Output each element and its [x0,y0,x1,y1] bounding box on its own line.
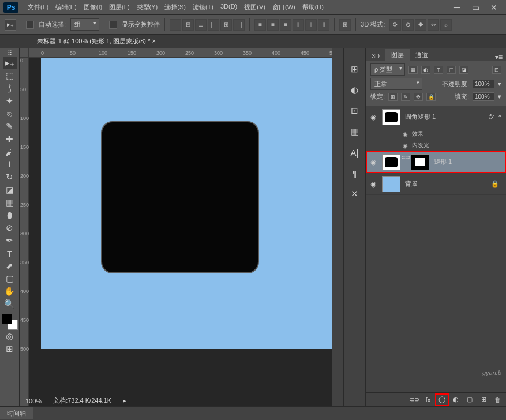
opacity-input[interactable]: 100% [473,80,494,88]
paragraph-panel-icon[interactable]: ¶ [348,166,362,180]
delete-layer-icon[interactable]: 🗑 [492,395,503,404]
move-tool-icon[interactable]: ▸₊ [3,57,17,69]
show-transform-checkbox[interactable] [109,21,117,29]
hand-tool-icon[interactable]: ✋ [3,285,17,298]
opacity-arrow-icon[interactable]: ▾ [498,80,501,88]
menu-file[interactable]: 文件(F) [24,1,52,14]
filter-shape-icon[interactable]: ▢ [447,66,456,74]
lock-pixels-icon[interactable]: ✎ [401,93,410,101]
panel-menu-icon[interactable]: ▾≡ [492,53,506,61]
stamp-tool-icon[interactable]: ⊥ [3,158,17,171]
lasso-tool-icon[interactable]: ⟆ [3,82,17,95]
align-left-icon[interactable]: ⎸ [208,19,219,31]
type-tool-icon[interactable]: T [3,247,17,260]
shape-tool-icon[interactable]: ▢ [3,272,17,285]
layer-name[interactable]: 圆角矩形 1 [405,112,436,121]
adjustments-panel-icon[interactable]: ◐ [348,83,362,97]
healing-tool-icon[interactable]: ✚ [3,133,17,145]
mask-link-icon[interactable]: ⊂⊃ [403,154,408,170]
distribute-hcenter-icon[interactable]: ⦀ [305,19,317,31]
3d-orbit-icon[interactable]: ⟳ [389,19,401,31]
3d-slide-icon[interactable]: ⇔ [428,19,439,31]
maximize-button[interactable]: ▭ [470,2,481,13]
properties-panel-icon[interactable]: ⊞ [348,62,362,76]
auto-select-checkbox[interactable] [26,21,34,29]
layer-name[interactable]: 背景 [405,179,418,188]
layer-thumb[interactable] [382,176,400,192]
toolbox-grab[interactable]: ⠿ [0,51,19,55]
character-panel-icon[interactable]: A| [348,145,362,159]
canvas[interactable] [41,58,332,349]
fg-color-swatch[interactable] [2,314,12,324]
lock-position-icon[interactable]: ✥ [414,93,423,101]
menu-window[interactable]: 窗口(W) [269,1,299,14]
lock-all-icon[interactable]: 🔒 [426,93,436,101]
layer-name[interactable]: 矩形 1 [434,158,452,166]
layer-fx-icon[interactable]: fx [489,114,496,120]
filter-type-icon[interactable]: T [434,66,443,74]
lock-trans-icon[interactable]: ⊞ [388,93,398,101]
adjustment-layer-icon[interactable]: ◐ [451,395,461,404]
auto-select-dropdown[interactable]: 组 [70,18,99,31]
black-rounded-rect-shape[interactable] [101,121,259,273]
link-layers-icon[interactable]: ⊂⊃ [409,395,419,404]
eyedropper-tool-icon[interactable]: ✎ [3,120,17,133]
menu-3d[interactable]: 3D(D) [217,1,241,14]
current-tool-icon[interactable]: ▸₊ [5,19,16,31]
swatches-panel-icon[interactable]: ▦ [348,125,362,138]
zoom-value[interactable]: 100% [25,397,42,404]
right-dock-strip[interactable] [332,48,343,406]
ruler-horizontal[interactable]: 0 50 100 150 200 250 300 350 400 450 500 [29,48,332,58]
eraser-tool-icon[interactable]: ◪ [3,183,17,196]
pen-tool-icon[interactable]: ✒ [3,234,17,247]
screen-mode-icon[interactable]: ⊞ [3,343,17,355]
layer-effects-label[interactable]: ◉效果 [366,128,506,140]
layer-row-background[interactable]: ◉ 背景 🔒 [366,173,506,195]
menu-edit[interactable]: 编辑(E) [52,1,80,14]
zoom-tool-icon[interactable]: 🔍 [3,298,17,310]
menu-help[interactable]: 帮助(H) [299,1,327,14]
align-right-icon[interactable]: ⎹ [233,19,245,31]
blend-mode-dropdown[interactable]: 正常 [370,78,422,90]
menu-image[interactable]: 图像(I) [80,1,106,14]
distribute-left-icon[interactable]: ⦀ [293,19,304,31]
close-button[interactable]: ✕ [489,2,499,13]
layer-inner-glow-label[interactable]: ◉内发光 [366,140,506,151]
menu-view[interactable]: 视图(V) [241,1,269,14]
layer-thumb[interactable] [382,109,400,125]
3d-pan-icon[interactable]: ✥ [415,19,426,31]
history-brush-tool-icon[interactable]: ↻ [3,171,17,183]
new-group-icon[interactable]: ▢ [464,395,475,404]
quick-mask-icon[interactable]: ◎ [3,330,17,343]
gradient-tool-icon[interactable]: ▦ [3,196,17,209]
crop-tool-icon[interactable]: ⟄ [3,107,17,120]
visibility-toggle-icon[interactable]: ◉ [368,113,378,121]
tab-channels[interactable]: 通道 [410,49,434,61]
tab-3d[interactable]: 3D [366,51,385,61]
doc-tab[interactable]: 未标题-1 @ 100% (矩形 1, 图层蒙版/8) * × [31,35,162,47]
timeline-tab[interactable]: 时间轴 [0,407,33,419]
layer-row-rect-selected[interactable]: ◉ ⊂⊃ 矩形 1 [366,151,506,173]
distribute-top-icon[interactable]: ≡ [254,19,266,31]
path-select-tool-icon[interactable]: ⬈ [3,260,17,272]
3d-roll-icon[interactable]: ⊙ [402,19,414,31]
brush-tool-icon[interactable]: 🖌 [3,145,17,158]
align-bottom-icon[interactable]: ⎽ [195,19,207,31]
filter-pixel-icon[interactable]: ▦ [408,66,418,74]
filter-smart-icon[interactable]: ◪ [459,66,468,74]
new-layer-icon[interactable]: ⊞ [478,395,489,404]
canvas-area[interactable] [29,58,332,406]
marquee-tool-icon[interactable]: ⬚ [3,69,17,82]
tools-panel-icon[interactable]: ✕ [348,187,362,201]
color-swatches[interactable] [2,314,18,330]
fx-expand-icon[interactable]: ^ [496,114,504,121]
minimize-button[interactable]: ─ [452,2,462,13]
doc-info-arrow-icon[interactable]: ▸ [123,397,126,404]
layer-row-rounded-rect[interactable]: ◉ 圆角矩形 1 fx ^ [366,106,506,128]
tab-layers[interactable]: 图层 [385,49,410,61]
align-vcenter-icon[interactable]: ⊟ [182,19,194,31]
layer-filter-dropdown[interactable]: ρ 类型 [370,63,405,76]
3d-zoom-icon[interactable]: ⌕ [440,19,452,31]
blur-tool-icon[interactable]: ⬮ [3,209,17,222]
filter-toggle-icon[interactable]: ⊡ [492,66,501,74]
